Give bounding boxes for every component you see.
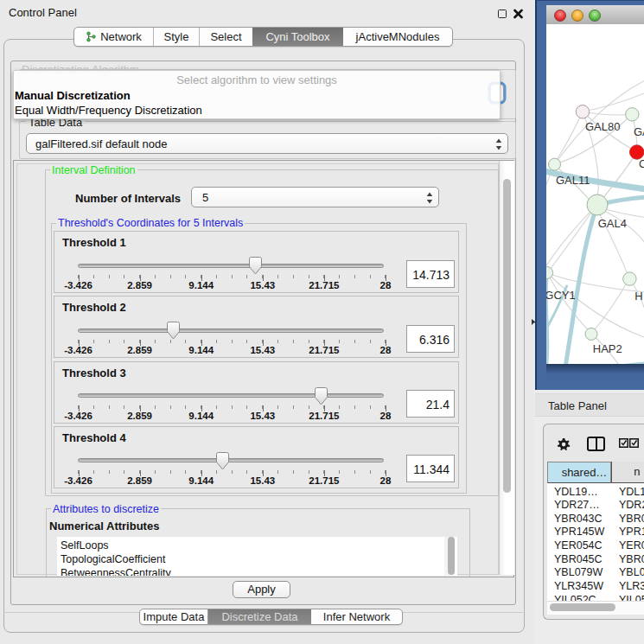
svg-text:GCY1: GCY1 <box>546 289 576 302</box>
svg-text:H: H <box>634 290 642 303</box>
svg-text:GA: GA <box>634 125 644 138</box>
svg-text:HAP2: HAP2 <box>593 342 622 355</box>
svg-text:C: C <box>639 157 644 170</box>
svg-text:GAL80: GAL80 <box>585 120 620 133</box>
svg-text:GAL11: GAL11 <box>556 174 590 187</box>
svg-text:GAL4: GAL4 <box>598 217 627 230</box>
